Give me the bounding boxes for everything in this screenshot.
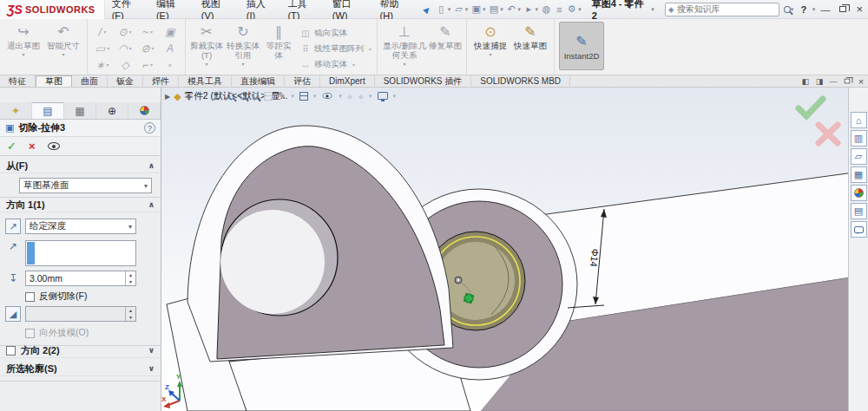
tree-expand-arrow-icon[interactable]: ▶	[165, 93, 170, 101]
help-button[interactable]: ?	[795, 3, 812, 16]
tab-features[interactable]: 特征	[0, 75, 36, 87]
draft-down-icon[interactable]: ▼	[126, 314, 135, 321]
dimxpert-manager-tab[interactable]: ⊕	[96, 102, 128, 119]
menu-view[interactable]: 视图(V)	[194, 0, 240, 19]
display-manager-tab[interactable]	[128, 102, 161, 119]
previous-view-icon[interactable]	[252, 93, 259, 100]
section-view-icon[interactable]	[264, 92, 273, 101]
contours-section-header[interactable]: 所选轮廓(S)∨	[0, 362, 161, 376]
plane-tool-button[interactable]: ▣	[159, 23, 181, 40]
tab-solidworks-mbd[interactable]: SOLIDWORKS MBD	[471, 75, 570, 87]
search-input[interactable]	[677, 4, 776, 14]
print-icon[interactable]: ▤	[488, 3, 501, 15]
depth-down-icon[interactable]: ▼	[126, 278, 135, 285]
display-delete-relations-button[interactable]: ⊥ 显示/删除几何关系 ▾	[382, 22, 427, 67]
menu-insert[interactable]: 插入(I)	[240, 0, 281, 19]
property-manager-tab[interactable]: ▤	[32, 102, 64, 119]
end-condition-select[interactable]: 给定深度▾	[25, 219, 136, 234]
tab-weldments[interactable]: 焊件	[143, 75, 179, 87]
flip-side-checkbox[interactable]	[25, 292, 35, 302]
options-gear-icon[interactable]: ⚙	[565, 3, 578, 15]
draft-up-icon[interactable]: ▲	[126, 307, 135, 314]
zoom-to-area-icon[interactable]	[240, 93, 247, 100]
offset-entities-button[interactable]: ∥ 等距实体	[263, 22, 294, 60]
doc-restore-button[interactable]	[840, 75, 854, 87]
exit-sketch-caret[interactable]: ▾	[22, 51, 24, 57]
preview-eye-button[interactable]	[48, 142, 60, 150]
tab-evaluate[interactable]: 评估	[285, 75, 320, 87]
direction1-section-header[interactable]: 方向 1(1)∧	[0, 198, 161, 212]
view-settings-monitor-icon[interactable]	[378, 92, 388, 100]
next-document-button[interactable]: ◨	[812, 75, 826, 87]
smart-dimension-caret[interactable]: ▾	[62, 51, 64, 57]
tab-sketch[interactable]: 草图	[36, 75, 72, 87]
save-caret[interactable]: ▾	[483, 6, 486, 13]
undo-icon[interactable]: ↶	[505, 3, 518, 15]
display-style-eye-icon[interactable]	[323, 93, 332, 99]
new-file-icon[interactable]: ▯	[435, 3, 448, 15]
trim-caret[interactable]: ▾	[205, 61, 207, 67]
pin-menu-icon[interactable]: ▶	[422, 4, 432, 15]
arc-tool-button[interactable]: ◠▾	[114, 40, 136, 56]
direction2-checkbox[interactable]	[6, 346, 16, 356]
file-properties-icon[interactable]: ≡	[553, 4, 566, 15]
new-file-caret[interactable]: ▾	[448, 6, 451, 13]
rebuild-icon[interactable]: ◍	[540, 3, 553, 15]
linear-sketch-pattern-button[interactable]: ⠿线性草图阵列▾	[299, 41, 372, 56]
help-caret[interactable]: ▾	[812, 6, 816, 13]
direction2-section-header[interactable]: 方向 2(2)∨	[0, 343, 161, 358]
doc-close-button[interactable]: ×	[854, 75, 868, 87]
polygon-tool-button[interactable]: ◇	[114, 56, 136, 73]
tab-dimxpert[interactable]: DimXpert	[320, 75, 375, 87]
exit-sketch-button[interactable]: ↪ 退出草图 ▾	[4, 22, 43, 57]
smart-dimension-button[interactable]: ↶ 智能尺寸 ▾	[44, 22, 82, 57]
cancel-button[interactable]: ×	[29, 140, 36, 153]
appearances-icon[interactable]	[851, 185, 867, 201]
spline-tool-button[interactable]: ~▾	[136, 23, 159, 40]
open-file-icon[interactable]: ▱	[452, 3, 465, 15]
from-section-header[interactable]: 从(F)∧	[0, 159, 161, 173]
tab-direct-editing[interactable]: 直接编辑	[232, 75, 285, 87]
document-switcher-caret[interactable]: ▾	[651, 6, 654, 13]
tab-sheet-metal[interactable]: 钣金	[108, 75, 143, 87]
menu-window[interactable]: 窗口(W)	[326, 0, 373, 19]
trim-entities-button[interactable]: ✂ 剪裁实体(T) ▾	[190, 22, 223, 67]
circle-tool-button[interactable]: ⊙▾	[114, 23, 136, 40]
menu-tools[interactable]: 工具(T)	[280, 0, 325, 19]
pattern-tool-button[interactable]: ∗▾	[91, 56, 114, 73]
3d-viewport[interactable]: Φ14 Y X Z	[161, 88, 868, 411]
view-orientation-cube-icon[interactable]	[299, 92, 308, 101]
menu-edit[interactable]: 编辑(E)	[149, 0, 194, 19]
direction-reference-listbox[interactable]	[25, 240, 136, 266]
print-caret[interactable]: ▾	[500, 6, 503, 13]
quick-snaps-button[interactable]: ⊙ 快速捕捉 ▾	[471, 22, 510, 57]
tab-mold-tools[interactable]: 模具工具	[179, 75, 232, 87]
save-icon[interactable]: ▣	[470, 3, 483, 15]
fillet-tool-button[interactable]: ⌐▾	[136, 56, 159, 73]
mirror-entities-button[interactable]: ◫镜向实体	[299, 25, 372, 41]
knowledge-search-box[interactable]: ◈	[665, 3, 779, 16]
search-magnifier-icon[interactable]	[784, 6, 791, 13]
dimension-label[interactable]: Φ14	[589, 248, 601, 267]
move-entities-button[interactable]: ↔移动实体▾	[299, 56, 372, 72]
file-explorer-icon[interactable]: ▱	[851, 148, 867, 165]
text-tool-button[interactable]: A	[159, 40, 181, 56]
depth-up-icon[interactable]: ▲	[126, 271, 135, 278]
options-caret[interactable]: ▾	[578, 6, 582, 13]
restore-button[interactable]	[834, 3, 852, 16]
point-tool-button[interactable]: ▫	[159, 56, 181, 73]
document-switcher[interactable]: 草图4 - 零件2	[592, 0, 648, 21]
custom-properties-icon[interactable]: ▤	[851, 203, 867, 219]
convert-caret[interactable]: ▾	[241, 61, 244, 67]
repair-sketch-button[interactable]: ✎ 修复草图	[429, 22, 462, 50]
draft-angle-spinner[interactable]: ▲▼	[25, 306, 136, 322]
scene-sphere-icon[interactable]: ●	[358, 91, 364, 101]
minimize-button[interactable]: —	[817, 3, 834, 16]
menu-help[interactable]: 帮助(H)	[373, 0, 418, 19]
tab-solidworks-addins[interactable]: SOLIDWORKS 插件	[375, 75, 472, 87]
select-cursor-icon[interactable]: ▸	[523, 3, 536, 15]
feature-help-button[interactable]: ?	[144, 122, 155, 134]
appearance-sphere-icon[interactable]: ●	[347, 91, 353, 101]
home-icon[interactable]: ⌂	[851, 112, 867, 128]
prev-document-button[interactable]: ◧	[799, 75, 812, 87]
